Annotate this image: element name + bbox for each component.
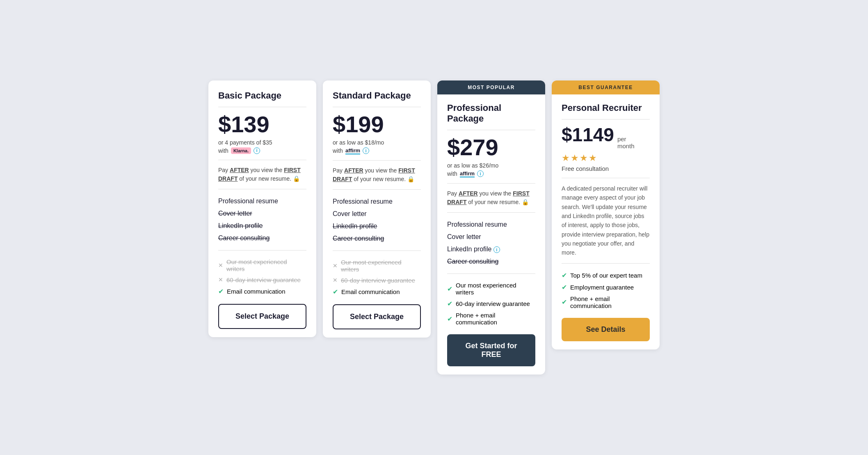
recruiter-price-row: $1149 permonth [562,125,650,149]
professional-payment-row: with affirm i [447,170,535,177]
list-item: Career consulting [218,232,306,244]
list-item: ✔ Top 5% of our expert team [562,269,650,281]
klarna-badge: Klarna. [231,147,251,154]
list-item: Career consulting [333,232,421,245]
basic-package-card: Basic Package $139 or 4 payments of $35 … [208,80,316,337]
basic-extra-features: ✕ Our most experienced writers ✕ 60-day … [218,256,306,297]
list-item: ✔ 60-day interview guarantee [447,298,535,310]
list-item: Professional resume [447,218,535,231]
best-guarantee-badge: BEST GUARANTEE [552,80,660,94]
feature-label: Our most experienced writers [226,258,306,272]
recruiter-package-card: BEST GUARANTEE Personal Recruiter $1149 … [552,80,660,349]
standard-payment-row: with affirm i [333,147,421,154]
professional-extra-features: ✔ Our most experienced writers ✔ 60-day … [447,280,535,328]
list-item: ✕ Our most experienced writers [333,257,421,275]
standard-package-card: Standard Package $199 or as low as $18/m… [323,80,431,338]
klarna-info-icon[interactable]: i [254,147,260,154]
feature-label: 60-day interview guarantee [341,277,415,284]
basic-select-button[interactable]: Select Package [218,304,306,329]
list-item: Cover letter [447,231,535,243]
basic-payment-sub: or 4 payments of $35 [218,139,306,146]
basic-payment-row: with Klarna. i [218,147,306,154]
standard-price: $199 [333,113,384,136]
list-item: ✕ 60-day interview guarantee [333,275,421,286]
list-item: ✔ Our most experienced writers [447,280,535,298]
list-item: ✔ Employment guarantee [562,281,650,293]
professional-price: $279 [447,136,498,159]
list-item: LinkedIn profile [218,220,306,232]
basic-title: Basic Package [218,90,306,101]
feature-label: Phone + email communication [570,295,650,309]
check-icon: ✔ [562,298,567,306]
standard-card-body: Standard Package $199 or as low as $18/m… [323,80,431,338]
list-item: ✕ Our most experienced writers [218,256,306,274]
professional-title: Professional Package [447,103,535,124]
list-item: ✔ Email communication [333,286,421,298]
recruiter-price: $1149 [562,125,614,144]
x-icon: ✕ [218,262,223,269]
x-icon: ✕ [218,276,223,283]
feature-label: Email communication [341,288,400,295]
list-item: Career consulting [447,255,535,268]
list-item: Professional resume [333,195,421,208]
standard-features-list: Professional resume Cover letter LinkedI… [333,195,421,245]
feature-label: Employment guarantee [570,284,634,291]
professional-card-body: Professional Package $279 or as low as $… [437,94,545,375]
feature-label: 60-day interview guarantee [456,300,530,307]
professional-draft-text: Pay AFTER you view the FIRST DRAFT of yo… [447,189,535,207]
pricing-container: Basic Package $139 or 4 payments of $35 … [208,80,660,375]
affirm-info-icon[interactable]: i [363,147,369,154]
recruiter-card-body: Personal Recruiter $1149 permonth ★★★★ F… [552,94,660,349]
standard-select-button[interactable]: Select Package [333,304,421,329]
list-item: ✕ 60-day interview guarantee [218,274,306,285]
professional-price-row: $279 [447,136,535,159]
professional-get-started-button[interactable]: Get Started for FREE [447,334,535,366]
check-icon: ✔ [447,285,452,293]
check-icon: ✔ [447,300,452,308]
check-icon: ✔ [333,288,338,296]
check-icon: ✔ [562,283,567,291]
recruiter-extra-features: ✔ Top 5% of our expert team ✔ Employment… [562,269,650,311]
x-icon: ✕ [333,262,338,269]
basic-card-body: Basic Package $139 or 4 payments of $35 … [208,80,316,337]
recruiter-title: Personal Recruiter [562,103,650,113]
list-item: ✔ Phone + email communication [562,293,650,311]
professional-payment-label: with [447,170,457,177]
linkedin-info-icon[interactable]: i [493,246,500,253]
recruiter-see-details-button[interactable]: See Details [562,318,650,341]
basic-price-row: $139 [218,113,306,136]
recruiter-stars: ★★★★ [562,153,650,163]
list-item: LinkedIn profile [333,220,421,232]
feature-label: 60-day interview guarantee [226,276,301,283]
check-icon: ✔ [218,287,224,295]
professional-package-card: MOST POPULAR Professional Package $279 o… [437,80,545,375]
standard-price-row: $199 [333,113,421,136]
recruiter-period: permonth [617,136,635,149]
professional-features-list: Professional resume Cover letter LinkedI… [447,218,535,268]
basic-price: $139 [218,113,270,136]
feature-label: Phone + email communication [456,312,535,326]
feature-label: Our most experienced writers [341,259,421,273]
most-popular-badge: MOST POPULAR [437,80,545,94]
list-item: Cover letter [333,208,421,220]
standard-draft-text: Pay AFTER you view the FIRST DRAFT of yo… [333,166,421,184]
feature-label: Our most experienced writers [456,282,535,296]
basic-payment-label: with [218,147,228,154]
list-item: ✔ Email communication [218,285,306,297]
basic-draft-text: Pay AFTER you view the FIRST DRAFT of yo… [218,166,306,183]
feature-label: Email communication [227,288,286,295]
feature-label: Top 5% of our expert team [570,272,642,279]
check-icon: ✔ [447,315,452,323]
list-item: Professional resume [218,195,306,207]
list-item: LinkedIn profile i [447,243,535,256]
list-item: Cover letter [218,207,306,220]
standard-payment-label: with [333,147,343,154]
standard-extra-features: ✕ Our most experienced writers ✕ 60-day … [333,257,421,298]
basic-features-list: Professional resume Cover letter LinkedI… [218,195,306,244]
affirm-badge: affirm [460,170,475,177]
affirm-info-icon[interactable]: i [477,170,484,177]
list-item: ✔ Phone + email communication [447,310,535,328]
recruiter-description: A dedicated personal recruiter will mana… [562,184,650,257]
x-icon: ✕ [333,277,338,283]
check-icon: ✔ [562,271,567,279]
